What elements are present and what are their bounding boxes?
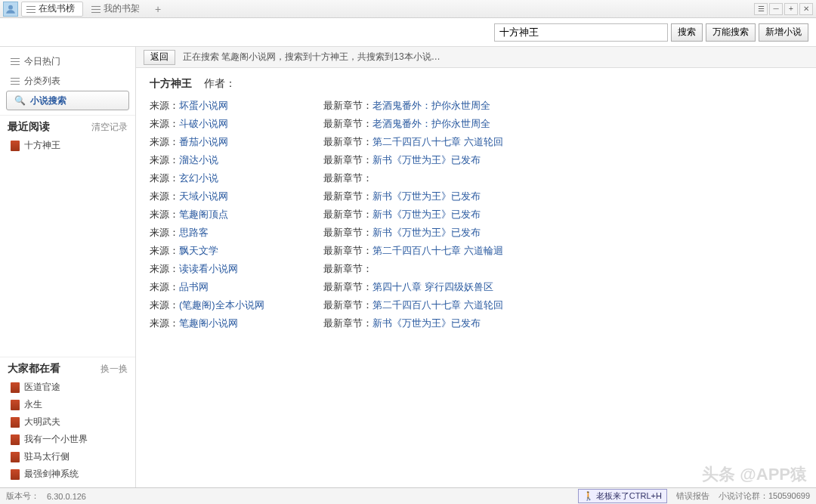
sidebar-item-categories[interactable]: 分类列表 (6, 71, 129, 91)
maximize-button[interactable]: + (784, 3, 798, 15)
source-row: 来源：番茄小说网最新章节：第二千四百八十七章 六道轮回 (150, 133, 802, 151)
source-link[interactable]: 读读看小说网 (179, 263, 238, 274)
source-link[interactable]: 思路客 (179, 227, 209, 238)
results-header: 返回 正在搜索 笔趣阁小说网，搜索到十方神王，共搜索到13本小说… (136, 47, 816, 68)
close-button[interactable]: ✕ (799, 3, 813, 15)
tab-online-ranking[interactable]: 在线书榜 (21, 2, 83, 17)
svg-point-0 (8, 5, 13, 9)
source-link[interactable]: 溜达小说 (179, 154, 218, 165)
source-row: 来源：溜达小说最新章节：新书《万世为王》已发布 (150, 151, 802, 169)
results-body: 十方神王 作者： 来源：坏蛋小说网最新章节：老酒鬼番外：护你永世周全来源：斗破小… (136, 68, 816, 487)
book-label: 医道官途 (24, 381, 60, 394)
chapter-link[interactable]: 新书《万世为王》已发布 (372, 317, 481, 329)
boss-key-hint[interactable]: 🚶 老板来了CTRL+H (578, 489, 667, 503)
chapter-link[interactable]: 第四十八章 穿行四级妖兽区 (372, 281, 493, 292)
chapter-link[interactable]: 新书《万世为王》已发布 (372, 209, 481, 220)
chapter-label: 最新章节： (323, 317, 372, 329)
search-button[interactable]: 搜索 (671, 23, 703, 42)
source-label: 来源： (150, 172, 179, 184)
section-title: 大家都在看 (8, 362, 60, 376)
list-icon (11, 57, 20, 66)
source-link[interactable]: 笔趣阁顶点 (179, 209, 228, 220)
book-icon (11, 434, 20, 445)
chapter-label: 最新章节： (323, 190, 372, 202)
source-row: 来源：玄幻小说最新章节： (150, 169, 802, 187)
chapter-label: 最新章节： (323, 263, 372, 274)
source-label: 来源： (150, 118, 179, 129)
chapter-link[interactable]: 老酒鬼番外：护你永世周全 (372, 118, 490, 129)
version-label: 版本号： (6, 490, 39, 502)
source-row: 来源：思路客最新章节：新书《万世为王》已发布 (150, 224, 802, 242)
refresh-popular-link[interactable]: 换一换 (100, 363, 128, 376)
shelf-icon (91, 5, 100, 14)
sidebar-item-today-hot[interactable]: 今日热门 (6, 51, 129, 71)
popular-header: 大家都在看 换一换 (0, 357, 135, 379)
chapter-link[interactable]: 第二千四百八十七章 六道輪迴 (372, 245, 503, 256)
list-icon (11, 76, 20, 85)
source-row: 来源：品书网最新章节：第四十八章 穿行四级妖兽区 (150, 278, 802, 296)
source-link[interactable]: (笔趣阁)全本小说网 (179, 299, 264, 311)
chapter-link[interactable]: 新书《万世为王》已发布 (372, 154, 481, 165)
source-row: 来源：笔趣阁顶点最新章节：新书《万世为王》已发布 (150, 206, 802, 224)
chapter-link[interactable]: 第二千四百八十七章 六道轮回 (372, 136, 503, 147)
source-link[interactable]: 坏蛋小说网 (179, 100, 228, 111)
chapter-link[interactable]: 新书《万世为王》已发布 (372, 190, 481, 202)
chapter-label: 最新章节： (323, 100, 372, 111)
error-report-link[interactable]: 错误报告 (676, 490, 709, 502)
recent-header: 最近阅读 清空记录 (0, 115, 135, 137)
book-label: 永生 (24, 398, 42, 411)
recent-book-item[interactable]: 十方神王 (0, 137, 135, 154)
source-label: 来源： (150, 245, 179, 256)
book-icon (11, 382, 20, 393)
source-link[interactable]: 番茄小说网 (179, 136, 228, 147)
main-area: 今日热门 分类列表 🔍 小说搜索 最近阅读 清空记录 十方神王 大家都在看 换一… (0, 47, 816, 487)
source-label: 来源： (150, 154, 179, 165)
settings-button[interactable]: ☰ (754, 3, 768, 15)
tab-add-button[interactable]: + (151, 2, 165, 16)
chapter-label: 最新章节： (323, 299, 372, 311)
chapter-label: 最新章节： (323, 172, 372, 184)
popular-book-item[interactable]: 大明武夫 (0, 413, 135, 431)
avatar[interactable] (3, 2, 18, 17)
source-label: 来源： (150, 190, 179, 202)
universal-search-button[interactable]: 万能搜索 (706, 23, 756, 42)
popular-book-item[interactable]: 驻马太行侧 (0, 448, 135, 465)
sidebar-novel-search-button[interactable]: 🔍 小说搜索 (6, 91, 129, 110)
minimize-button[interactable]: ─ (769, 3, 783, 15)
chapter-link[interactable]: 老酒鬼番外：护你永世周全 (372, 100, 490, 111)
back-button[interactable]: 返回 (144, 50, 175, 65)
book-icon (11, 452, 20, 462)
source-link[interactable]: 飘天文学 (179, 245, 218, 256)
section-title: 最近阅读 (8, 120, 50, 134)
sidebar-item-label: 小说搜索 (30, 94, 66, 107)
status-bar: 版本号： 6.30.0.126 🚶 老板来了CTRL+H 错误报告 小说讨论群：… (0, 487, 816, 504)
source-link[interactable]: 笔趣阁小说网 (179, 317, 238, 329)
source-label: 来源： (150, 317, 179, 329)
magnifier-icon: 🔍 (14, 95, 26, 106)
popular-book-item[interactable]: 最强剑神系统 (0, 465, 135, 483)
book-label: 驻马太行侧 (24, 450, 70, 463)
search-bar: 搜索 万能搜索 新增小说 (0, 18, 816, 47)
source-link[interactable]: 品书网 (179, 281, 209, 292)
content-area: 返回 正在搜索 笔趣阁小说网，搜索到十方神王，共搜索到13本小说… 十方神王 作… (136, 47, 816, 487)
sidebar-item-label: 今日热门 (24, 55, 60, 68)
new-novel-button[interactable]: 新增小说 (759, 23, 808, 42)
popular-book-item[interactable]: 医道官途 (0, 379, 135, 396)
source-link[interactable]: 天域小说网 (179, 190, 228, 202)
chapter-link[interactable]: 第二千四百八十七章 六道轮回 (372, 299, 503, 311)
source-row: 来源：笔趣阁小说网最新章节：新书《万世为王》已发布 (150, 314, 802, 332)
tab-my-shelf[interactable]: 我的书架 (86, 2, 148, 17)
clear-history-link[interactable]: 清空记录 (91, 121, 128, 134)
sidebar: 今日热门 分类列表 🔍 小说搜索 最近阅读 清空记录 十方神王 大家都在看 换一… (0, 47, 136, 487)
source-label: 来源： (150, 227, 179, 238)
book-icon (11, 400, 20, 410)
search-input[interactable] (494, 23, 668, 42)
popular-book-item[interactable]: 我有一个小世界 (0, 431, 135, 448)
source-link[interactable]: 玄幻小说 (179, 172, 218, 184)
popular-book-item[interactable]: 永生 (0, 396, 135, 413)
book-label: 我有一个小世界 (24, 433, 88, 446)
source-link[interactable]: 斗破小说网 (179, 118, 228, 129)
window-buttons: ☰ ─ + ✕ (754, 3, 813, 15)
chapter-label: 最新章节： (323, 245, 372, 256)
chapter-link[interactable]: 新书《万世为王》已发布 (372, 227, 481, 238)
